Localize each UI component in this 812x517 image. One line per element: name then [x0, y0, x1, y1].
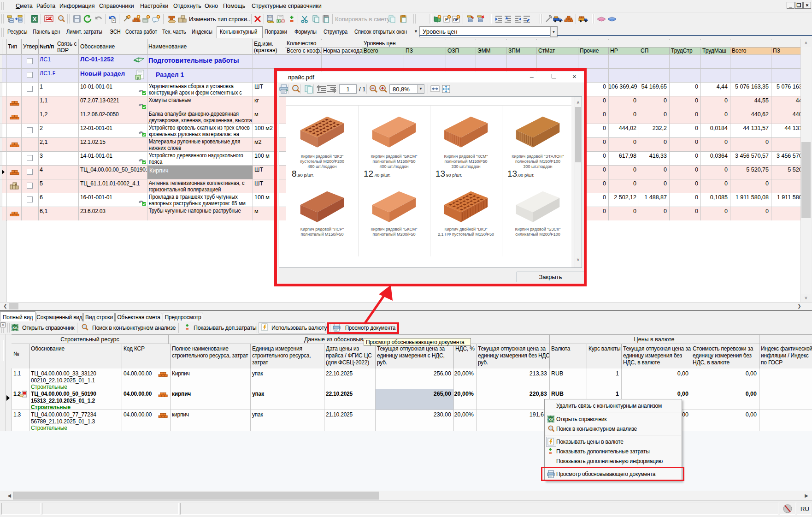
svg-text:КА: КА	[12, 326, 18, 330]
svg-text:▣: ▣	[15, 183, 17, 185]
svg-text:*: *	[113, 19, 114, 23]
svg-text:КА: КА	[548, 417, 553, 422]
svg-text:X: X	[33, 16, 37, 23]
svg-text:p: p	[137, 76, 139, 80]
svg-text:P: P	[445, 17, 448, 22]
